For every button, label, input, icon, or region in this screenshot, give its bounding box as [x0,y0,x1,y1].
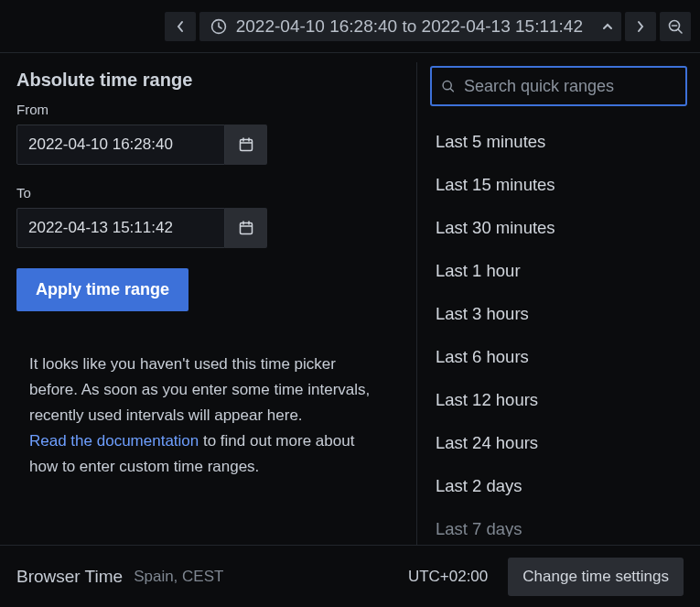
nav-prev-button[interactable] [165,12,196,41]
quick-range-item[interactable]: Last 3 hours [430,297,687,331]
quick-ranges-panel: Last 5 minutes Last 15 minutes Last 30 m… [417,53,700,545]
quick-range-item[interactable]: Last 30 minutes [430,211,687,245]
browser-locale: Spain, CEST [134,568,223,586]
quick-range-item[interactable]: Last 6 hours [430,340,687,374]
absolute-range-title: Absolute time range [16,70,400,91]
to-calendar-button[interactable] [225,208,267,248]
search-icon [441,78,455,94]
chevron-up-icon [602,22,613,31]
footer: Browser Time Spain, CEST UTC+02:00 Chang… [0,545,700,607]
nav-next-button[interactable] [625,12,656,41]
time-range-collapse-button[interactable] [594,12,621,41]
quick-range-item[interactable]: Last 24 hours [430,426,687,461]
calendar-icon [238,220,254,236]
quick-range-item[interactable]: Last 7 days [430,512,687,537]
browser-time-label: Browser Time [16,567,123,587]
svg-line-13 [450,89,453,92]
help-text-line1: It looks like you haven't used this time… [29,355,370,424]
search-quick-ranges-wrapper[interactable] [430,66,687,106]
search-quick-ranges-input[interactable] [464,77,676,96]
quick-ranges-list: Last 5 minutes Last 15 minutes Last 30 m… [430,125,687,537]
time-range-display-button[interactable]: 2022-04-10 16:28:40 to 2022-04-13 15:11:… [199,12,594,41]
from-input[interactable] [16,125,225,165]
clock-icon [210,18,227,35]
quick-range-item[interactable]: Last 15 minutes [430,168,687,202]
absolute-time-range-panel: Absolute time range From To Apply time r… [0,53,416,545]
read-documentation-link[interactable]: Read the documentation [29,432,199,450]
to-label: To [16,185,400,201]
zoom-out-icon [667,18,684,35]
zoom-out-button[interactable] [660,12,691,41]
chevron-left-icon [176,20,185,33]
to-input[interactable] [16,208,225,248]
quick-range-item[interactable]: Last 12 hours [430,383,687,417]
from-label: From [16,102,400,117]
from-calendar-button[interactable] [225,125,267,165]
apply-time-range-button[interactable]: Apply time range [16,268,188,311]
help-text: It looks like you haven't used this time… [16,352,400,480]
svg-rect-4 [241,140,253,151]
quick-range-item[interactable]: Last 1 hour [430,254,687,288]
quick-range-item[interactable]: Last 5 minutes [430,125,687,159]
quick-range-item[interactable]: Last 2 days [430,469,687,504]
svg-rect-8 [241,223,253,234]
calendar-icon [238,136,254,153]
chevron-right-icon [636,20,645,33]
svg-line-2 [678,29,682,33]
utc-offset-label: UTC+02:00 [399,559,497,594]
toolbar: 2022-04-10 16:28:40 to 2022-04-13 15:11:… [0,0,700,53]
time-range-text: 2022-04-10 16:28:40 to 2022-04-13 15:11:… [236,16,583,37]
change-time-settings-button[interactable]: Change time settings [508,558,684,596]
